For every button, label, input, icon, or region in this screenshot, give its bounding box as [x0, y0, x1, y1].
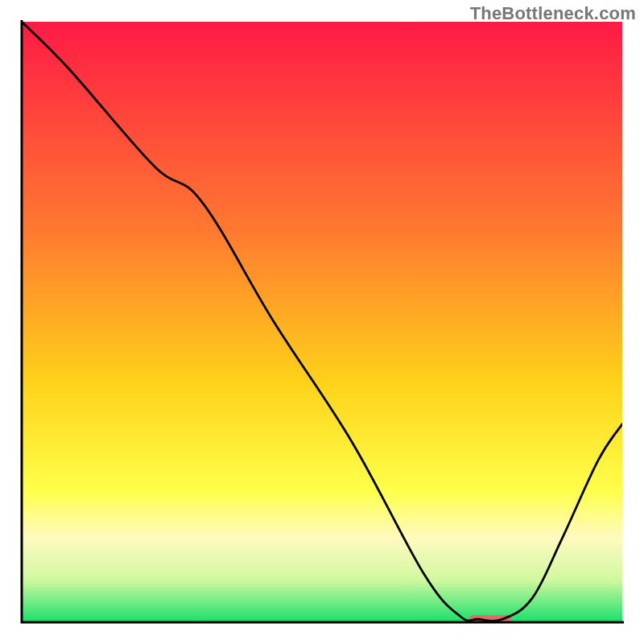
- watermark-text: TheBottleneck.com: [470, 3, 636, 24]
- bottleneck-chart: [0, 0, 644, 644]
- plot-background-gradient: [22, 22, 622, 622]
- chart-container: TheBottleneck.com: [0, 0, 644, 644]
